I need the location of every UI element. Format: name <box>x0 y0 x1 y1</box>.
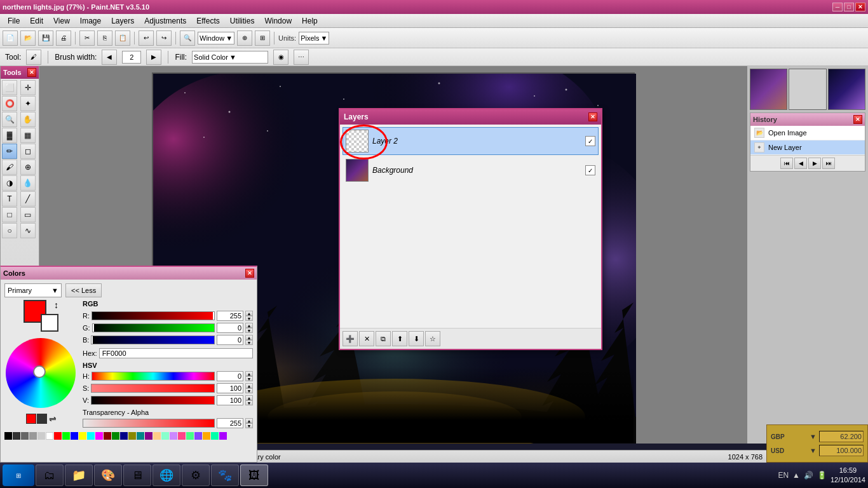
h-bar[interactable] <box>92 372 215 381</box>
palette-yellow[interactable] <box>79 432 86 440</box>
h-up-btn[interactable]: ▲ <box>245 371 253 376</box>
brush-shape-btn[interactable]: ◉ <box>273 50 288 65</box>
tool-pencil[interactable]: ✏ <box>2 144 17 159</box>
layer-down-btn[interactable]: ⬇ <box>409 331 424 346</box>
palette-white[interactable] <box>46 432 53 440</box>
undo-btn[interactable]: ↩ <box>139 30 154 46</box>
tool-line[interactable]: ╱ <box>20 191 36 207</box>
tool-pan[interactable]: ✋ <box>20 112 36 127</box>
h-value[interactable]: 0 <box>217 371 243 381</box>
grid-btn[interactable]: ⊞ <box>255 30 270 46</box>
taskbar-app-5[interactable]: 🌐 <box>153 464 180 486</box>
layer-item-background[interactable]: Background ✓ <box>342 156 599 184</box>
less-more-btn[interactable]: << Less <box>65 283 102 297</box>
menu-effects[interactable]: Effects <box>191 15 224 27</box>
close-button[interactable]: ✕ <box>855 3 865 11</box>
g-down-btn[interactable]: ▼ <box>245 328 253 333</box>
taskbar-app-2[interactable]: 📁 <box>65 464 93 486</box>
redo-btn[interactable]: ↪ <box>156 30 172 46</box>
palette-dark-green[interactable] <box>112 432 119 440</box>
layer-add-btn[interactable]: ➕ <box>342 331 358 346</box>
secondary-color-swatch[interactable] <box>41 314 58 332</box>
history-last-btn[interactable]: ⏭ <box>822 158 835 169</box>
palette-hot-pink[interactable] <box>178 432 186 440</box>
menu-help[interactable]: Help <box>297 15 323 27</box>
palette-mint[interactable] <box>161 432 169 440</box>
tool-recolor[interactable]: ◑ <box>2 175 17 191</box>
b-value[interactable]: 0 <box>217 335 243 345</box>
gbp-value[interactable]: 62.200 <box>819 431 864 442</box>
r-value[interactable]: 255 <box>217 311 243 321</box>
r-up-btn[interactable]: ▲ <box>245 311 253 316</box>
trans-bar[interactable] <box>83 419 215 428</box>
v-bar[interactable] <box>91 396 215 405</box>
menu-file[interactable]: File <box>3 15 25 27</box>
palette-orange[interactable] <box>203 432 210 440</box>
palette-sea-green[interactable] <box>211 432 219 440</box>
tool-dropper[interactable]: 💧 <box>20 175 36 191</box>
layer-visible-background[interactable]: ✓ <box>585 165 595 175</box>
palette-dark-gray[interactable] <box>13 432 20 440</box>
tool-magic-wand[interactable]: ✦ <box>20 96 36 111</box>
palette-violet[interactable] <box>219 432 227 440</box>
g-bar[interactable] <box>92 323 215 332</box>
palette-green[interactable] <box>62 432 70 440</box>
tool-icon-btn[interactable]: 🖌 <box>26 50 41 65</box>
tool-stamp[interactable]: ⊕ <box>20 159 36 175</box>
tool-text[interactable]: T <box>2 191 17 207</box>
gbp-dropdown-arrow[interactable]: ▼ <box>810 433 817 440</box>
palette-spring-green[interactable] <box>186 432 194 440</box>
palette-dark-blue[interactable] <box>120 432 128 440</box>
layers-close-btn[interactable]: ✕ <box>588 112 597 121</box>
tool-rect-select[interactable]: ⬜ <box>2 80 17 95</box>
menu-image[interactable]: Image <box>75 15 106 27</box>
color-mode-dropdown[interactable]: Primary ▼ <box>4 283 62 297</box>
history-item-new-layer[interactable]: + New Layer <box>750 140 865 155</box>
palette-lavender[interactable] <box>170 432 177 440</box>
secondary-mini-swatch[interactable] <box>37 414 47 424</box>
new-btn[interactable]: 📄 <box>3 30 18 46</box>
save-btn[interactable]: 💾 <box>38 30 53 46</box>
history-first-btn[interactable]: ⏮ <box>780 158 793 169</box>
colors-close-btn[interactable]: ✕ <box>245 269 254 278</box>
taskbar-app-7[interactable]: 🐾 <box>211 464 239 486</box>
palette-light-gray[interactable] <box>29 432 37 440</box>
layer-duplicate-btn[interactable]: ⧉ <box>376 331 391 346</box>
b-down-btn[interactable]: ▼ <box>245 340 253 345</box>
tool-eraser[interactable]: ◻ <box>20 144 36 159</box>
palette-purple[interactable] <box>145 432 153 440</box>
start-button[interactable]: ⊞ <box>3 464 34 486</box>
taskbar-app-3[interactable]: 🎨 <box>94 464 122 486</box>
menu-window[interactable]: Window <box>259 15 297 27</box>
trans-down-btn[interactable]: ▼ <box>245 423 253 428</box>
taskbar-app-6[interactable]: ⚙ <box>182 464 210 486</box>
brush-width-increase[interactable]: ▶ <box>146 50 161 65</box>
tool-paintbrush[interactable]: 🖌 <box>2 159 17 175</box>
menu-adjustments[interactable]: Adjustments <box>139 15 191 27</box>
tool-move[interactable]: ✛ <box>20 80 36 95</box>
units-dropdown[interactable]: Pixels ▼ <box>299 32 329 44</box>
palette-red[interactable] <box>54 432 62 440</box>
swap-colors-icon[interactable]: ↕ <box>54 300 58 310</box>
palette-gray[interactable] <box>21 432 29 440</box>
v-down-btn[interactable]: ▼ <box>245 400 253 405</box>
menu-edit[interactable]: Edit <box>25 15 48 27</box>
taskbar-app-1[interactable]: 🗂 <box>36 464 64 486</box>
mini-swap-icon[interactable]: ⇌ <box>49 414 57 424</box>
s-value[interactable]: 100 <box>217 383 243 393</box>
menu-view[interactable]: View <box>48 15 75 27</box>
print-btn[interactable]: 🖨 <box>56 30 71 46</box>
brush-width-decrease[interactable]: ◀ <box>102 50 117 65</box>
menu-utilities[interactable]: Utilities <box>225 15 260 27</box>
taskbar-app-paint[interactable]: 🖼 <box>240 464 268 486</box>
zoom-out-btn[interactable]: 🔍 <box>180 30 195 46</box>
trans-value[interactable]: 255 <box>217 418 243 428</box>
tool-lasso[interactable]: ⭕ <box>2 96 17 111</box>
tool-rounded-rect[interactable]: ▭ <box>20 207 36 222</box>
palette-magenta[interactable] <box>95 432 103 440</box>
copy-btn[interactable]: ⎘ <box>97 30 112 46</box>
primary-mini-swatch[interactable] <box>26 414 36 424</box>
layer-visible-layer2[interactable]: ✓ <box>585 136 595 146</box>
cut-btn[interactable]: ✂ <box>79 30 95 46</box>
history-close-btn[interactable]: ✕ <box>853 115 862 124</box>
